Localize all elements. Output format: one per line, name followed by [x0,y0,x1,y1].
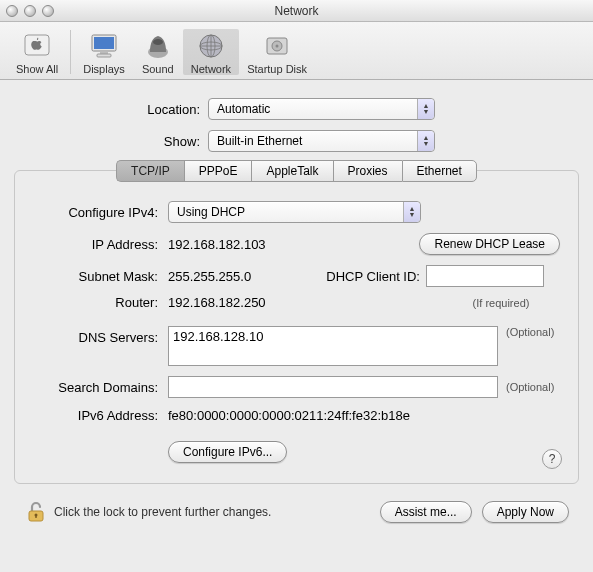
search-domains-input[interactable] [168,376,498,398]
tab-tcpip[interactable]: TCP/IP [116,160,184,182]
show-popup[interactable]: Built-in Ethernet ▲▼ [208,130,435,152]
popup-arrows-icon: ▲▼ [417,131,434,151]
location-popup[interactable]: Automatic ▲▼ [208,98,435,120]
subnet-mask-value: 255.255.255.0 [168,269,318,284]
show-all-label: Show All [16,63,58,75]
svg-rect-4 [97,54,111,57]
apple-icon [20,29,54,63]
svg-rect-17 [35,515,36,518]
tab-ethernet[interactable]: Ethernet [402,160,477,182]
startup-disk-button[interactable]: Startup Disk [239,29,315,75]
router-label: Router: [33,295,168,310]
ipv6-address-value: fe80:0000:0000:0000:0211:24ff:fe32:b18e [168,408,410,423]
tab-appletalk[interactable]: AppleTalk [251,160,332,182]
configure-ipv4-value: Using DHCP [177,205,245,219]
lock-icon[interactable] [24,500,48,524]
renew-dhcp-lease-button[interactable]: Renew DHCP Lease [419,233,560,255]
router-value: 192.168.182.250 [168,295,318,310]
configure-ipv6-button[interactable]: Configure IPv6... [168,441,287,463]
show-all-button[interactable]: Show All [8,29,66,75]
tab-proxies[interactable]: Proxies [333,160,402,182]
sound-button[interactable]: Sound [133,29,183,75]
displays-button[interactable]: Displays [75,29,133,75]
minimize-window-button[interactable] [24,5,36,17]
ip-address-value: 192.168.182.103 [168,237,388,252]
configure-ipv4-popup[interactable]: Using DHCP ▲▼ [168,201,421,223]
network-button[interactable]: Network [183,29,239,75]
show-label: Show: [6,134,208,149]
search-domains-label: Search Domains: [33,380,168,395]
speaker-icon [141,29,175,63]
apply-now-button[interactable]: Apply Now [482,501,569,523]
popup-arrows-icon: ▲▼ [403,202,420,222]
show-value: Built-in Ethernet [217,134,302,148]
location-label: Location: [6,102,208,117]
dhcp-client-id-hint: (If required) [442,297,560,309]
displays-label: Displays [83,63,125,75]
svg-point-14 [276,44,279,47]
close-window-button[interactable] [6,5,18,17]
location-value: Automatic [217,102,270,116]
disk-icon [260,29,294,63]
settings-groupbox: TCP/IP PPPoE AppleTalk Proxies Ethernet … [14,170,579,484]
toolbar: Show All Displays Sound [0,22,593,80]
help-button[interactable]: ? [542,449,562,469]
sound-label: Sound [142,63,174,75]
dns-servers-label: DNS Servers: [33,326,168,345]
titlebar: Network [0,0,593,22]
subnet-mask-label: Subnet Mask: [33,269,168,284]
tab-pppoe[interactable]: PPPoE [184,160,252,182]
display-icon [87,29,121,63]
dns-optional-label: (Optional) [506,326,554,338]
dhcp-client-id-label: DHCP Client ID: [318,269,426,284]
svg-point-6 [153,39,163,45]
svg-rect-2 [94,37,114,49]
dns-servers-input[interactable] [168,326,498,366]
globe-icon [194,29,228,63]
configure-ipv4-label: Configure IPv4: [33,205,168,220]
assist-me-button[interactable]: Assist me... [380,501,472,523]
window-title: Network [0,4,593,18]
lock-text: Click the lock to prevent further change… [54,505,380,519]
popup-arrows-icon: ▲▼ [417,99,434,119]
dhcp-client-id-input[interactable] [426,265,544,287]
ipv6-address-label: IPv6 Address: [33,408,168,423]
startup-disk-label: Startup Disk [247,63,307,75]
search-optional-label: (Optional) [506,381,554,393]
ip-address-label: IP Address: [33,237,168,252]
tab-bar: TCP/IP PPPoE AppleTalk Proxies Ethernet [33,160,560,182]
zoom-window-button[interactable] [42,5,54,17]
network-label: Network [191,63,231,75]
toolbar-separator [70,30,71,74]
